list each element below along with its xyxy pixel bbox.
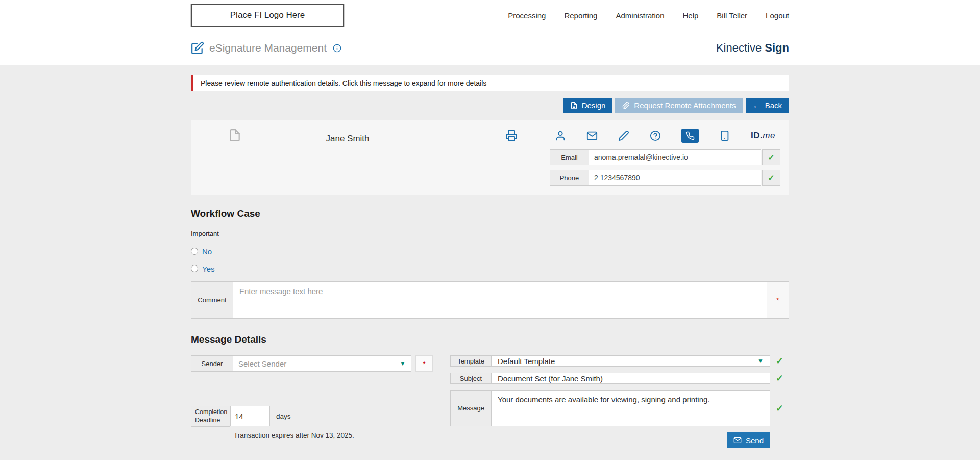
completion-deadline-row: Completion Deadline days xyxy=(191,406,433,427)
brand-primary: Kinective xyxy=(716,41,762,54)
radio-yes-label[interactable]: Yes xyxy=(202,264,214,273)
info-icon[interactable] xyxy=(333,44,341,53)
completion-label-line2: Deadline xyxy=(195,416,227,424)
subject-field[interactable]: Document Set (for Jane Smith) xyxy=(491,373,770,384)
page-title: eSignature Management xyxy=(209,42,327,54)
review-auth-alert[interactable]: Please review remote authentication deta… xyxy=(191,75,789,91)
printer-icon[interactable] xyxy=(505,130,518,142)
template-select-value: Default Template xyxy=(498,357,555,366)
email-label: Email xyxy=(550,149,589,165)
comment-label: Comment xyxy=(191,282,233,318)
nav-processing[interactable]: Processing xyxy=(508,11,546,20)
days-label: days xyxy=(276,413,291,420)
message-details-left: Sender Select Sender ▼ * Completion Dead… xyxy=(191,355,433,439)
brand-bold: Sign xyxy=(765,41,789,54)
template-select[interactable]: Default Template ▼ xyxy=(491,355,770,367)
phone-field-row: Phone 2 1234567890 ✓ xyxy=(550,170,780,186)
phone-valid-check-icon: ✓ xyxy=(762,170,780,186)
subject-valid-check-icon: ✓ xyxy=(770,373,789,384)
esignature-document-pen-icon xyxy=(191,41,204,55)
sms-auth-icon[interactable] xyxy=(719,130,730,141)
nav-logout[interactable]: Logout xyxy=(766,11,789,20)
email-valid-check-icon: ✓ xyxy=(762,149,780,165)
sender-row: Sender Select Sender ▼ * xyxy=(191,355,433,372)
phone-auth-icon-selected[interactable] xyxy=(681,129,699,143)
signature-auth-icon[interactable] xyxy=(618,130,629,141)
message-field[interactable]: Your documents are available for viewing… xyxy=(491,390,770,426)
subject-field-value: Document Set (for Jane Smith) xyxy=(498,374,603,383)
kba-question-auth-icon[interactable] xyxy=(650,130,661,141)
send-button-label: Send xyxy=(746,436,764,445)
message-row: Message Your documents are available for… xyxy=(450,390,789,426)
message-label: Message xyxy=(450,390,491,426)
back-arrow-icon: ← xyxy=(753,102,761,110)
nav-help[interactable]: Help xyxy=(683,11,699,20)
top-nav: Processing Reporting Administration Help… xyxy=(508,11,789,20)
message-details-right: Template Default Template ▼ ✓ Subject Do… xyxy=(450,355,789,448)
send-envelope-icon xyxy=(733,436,742,444)
radio-no-circle[interactable] xyxy=(191,248,198,255)
main-content: Please review remote authentication deta… xyxy=(0,65,980,460)
workflow-case-heading: Workflow Case xyxy=(191,208,789,220)
design-button-label: Design xyxy=(582,101,606,110)
request-remote-attachments-label: Request Remote Attachments xyxy=(634,101,736,110)
fi-logo-text: Place FI Logo Here xyxy=(230,10,305,20)
idme-logo[interactable]: ID.me xyxy=(751,131,775,141)
brand-logo: Kinective Sign xyxy=(716,41,789,55)
completion-label-line1: Completion xyxy=(195,408,227,416)
important-label: Important xyxy=(191,230,789,237)
comment-required-asterisk: * xyxy=(767,282,789,318)
message-details-heading: Message Details xyxy=(191,334,789,345)
completion-deadline-input[interactable] xyxy=(230,406,270,426)
alert-text: Please review remote authentication deta… xyxy=(201,79,486,87)
email-field[interactable]: anoma.premalal@kinective.io xyxy=(589,149,761,165)
auth-method-icons: ID.me xyxy=(550,127,780,145)
page-title-group: eSignature Management xyxy=(191,41,341,55)
nav-user-bill-teller[interactable]: Bill Teller xyxy=(717,11,747,20)
topbar: Place FI Logo Here Processing Reporting … xyxy=(0,0,980,31)
document-icon xyxy=(228,129,241,142)
phone-field[interactable]: 2 1234567890 xyxy=(589,170,761,186)
template-valid-check-icon: ✓ xyxy=(770,355,789,367)
subject-label: Subject xyxy=(450,373,491,384)
request-remote-attachments-button[interactable]: Request Remote Attachments xyxy=(615,98,743,113)
radio-no-label[interactable]: No xyxy=(202,247,212,256)
nav-reporting[interactable]: Reporting xyxy=(564,11,597,20)
chevron-down-icon: ▼ xyxy=(757,358,764,364)
recipient-name: Jane Smith xyxy=(297,134,399,144)
message-valid-check-icon: ✓ xyxy=(770,390,789,426)
fi-logo-placeholder: Place FI Logo Here xyxy=(191,4,344,27)
page-header: eSignature Management Kinective Sign xyxy=(0,31,980,65)
back-button[interactable]: ← Back xyxy=(746,98,789,113)
email-auth-icon[interactable] xyxy=(586,130,598,141)
idme-logo-italic: me xyxy=(763,131,775,140)
sender-select[interactable]: Select Sender ▼ xyxy=(233,355,411,372)
sender-required-asterisk: * xyxy=(415,355,433,372)
authentication-block: ID.me Email anoma.premalal@kinective.io … xyxy=(550,127,780,186)
sender-select-placeholder: Select Sender xyxy=(238,359,286,368)
template-row: Template Default Template ▼ ✓ xyxy=(450,355,789,367)
send-row: Send xyxy=(450,432,789,448)
paperclip-icon xyxy=(622,102,630,109)
radio-option-yes[interactable]: Yes xyxy=(191,260,789,277)
send-button[interactable]: Send xyxy=(727,432,770,448)
comment-textarea[interactable] xyxy=(233,282,767,318)
design-button[interactable]: Design xyxy=(563,98,613,113)
nav-administration[interactable]: Administration xyxy=(616,11,664,20)
email-field-row: Email anoma.premalal@kinective.io ✓ xyxy=(550,149,780,165)
radio-yes-circle[interactable] xyxy=(191,265,198,272)
chevron-down-icon: ▼ xyxy=(400,360,406,367)
radio-option-no[interactable]: No xyxy=(191,243,789,260)
phone-label: Phone xyxy=(550,170,589,186)
important-radio-group: No Yes xyxy=(191,243,789,277)
subject-row: Subject Document Set (for Jane Smith) ✓ xyxy=(450,373,789,384)
sender-label: Sender xyxy=(191,355,233,372)
design-document-icon xyxy=(570,102,578,109)
comment-row: Comment * xyxy=(191,281,789,319)
user-auth-icon[interactable] xyxy=(555,130,566,141)
message-field-value: Your documents are available for viewing… xyxy=(498,395,710,404)
completion-deadline-label: Completion Deadline xyxy=(191,406,230,427)
recipient-card: Jane Smith xyxy=(191,120,789,195)
template-label: Template xyxy=(450,355,491,367)
expiry-note: Transaction expires after Nov 13, 2025. xyxy=(234,431,433,439)
